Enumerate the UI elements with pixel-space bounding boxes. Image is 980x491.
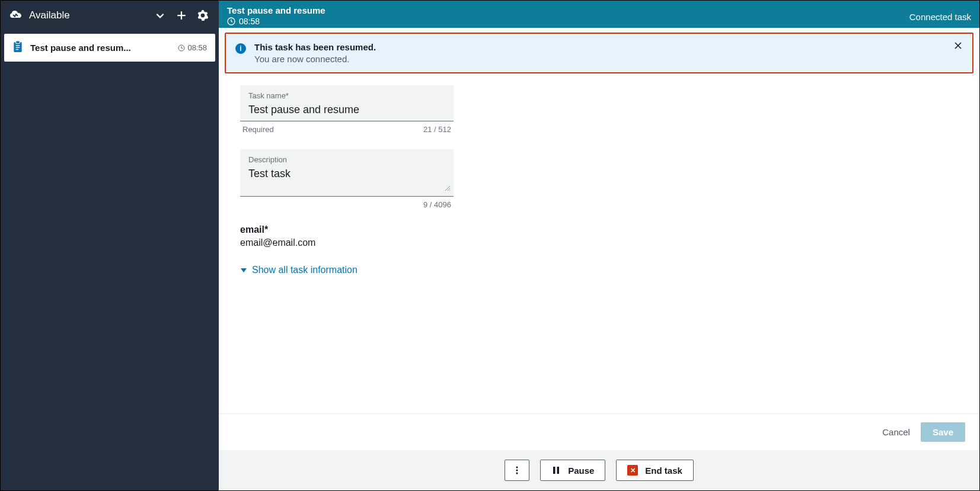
task-name-counter: 21 / 512 <box>423 125 451 134</box>
info-banner: i This task has been resumed. You are no… <box>225 33 973 73</box>
task-header-title: Test pause and resume <box>227 5 909 15</box>
svg-point-5 <box>516 469 518 471</box>
svg-point-6 <box>516 472 518 474</box>
cloud-status-icon <box>9 9 23 23</box>
svg-point-4 <box>516 466 518 468</box>
sidebar: Available Test pause and resum... 08:58 <box>1 1 219 490</box>
end-task-icon: ✕ <box>627 465 638 476</box>
end-task-button[interactable]: ✕ End task <box>616 460 694 481</box>
description-input[interactable]: Description Test task <box>240 149 454 197</box>
email-value: email@email.com <box>240 238 958 248</box>
svg-rect-1 <box>16 41 20 43</box>
save-button[interactable]: Save <box>921 422 965 442</box>
email-label: email* <box>240 224 958 235</box>
connection-status: Connected task <box>909 12 971 23</box>
status-dropdown[interactable] <box>152 10 168 21</box>
clipboard-icon <box>12 41 23 54</box>
svg-rect-7 <box>553 467 556 474</box>
banner-title: This task has been resumed. <box>254 42 963 52</box>
pause-button[interactable]: Pause <box>540 460 605 481</box>
task-header-time: 08:58 <box>227 17 909 26</box>
resize-handle-icon[interactable] <box>444 184 451 194</box>
banner-close-icon[interactable] <box>953 41 964 52</box>
banner-subtitle: You are now connected. <box>254 54 963 64</box>
task-name-hint: Required <box>242 125 274 134</box>
task-name-input[interactable]: Task name* Test pause and resume <box>240 85 454 121</box>
action-bar: Pause ✕ End task <box>219 450 979 490</box>
form-footer: Cancel Save <box>219 413 979 450</box>
settings-gear-icon[interactable] <box>195 10 210 21</box>
task-list-item[interactable]: Test pause and resum... 08:58 <box>4 34 215 62</box>
agent-status: Available <box>29 9 146 21</box>
svg-rect-8 <box>557 467 560 474</box>
show-all-link[interactable]: Show all task information <box>240 265 357 275</box>
description-counter: 9 / 4096 <box>242 200 451 209</box>
task-item-title: Test pause and resum... <box>30 43 171 53</box>
task-item-time: 08:58 <box>178 43 207 52</box>
cancel-button[interactable]: Cancel <box>882 427 910 437</box>
sidebar-header: Available <box>1 1 219 30</box>
main-panel: Test pause and resume 08:58 Connected ta… <box>219 1 979 490</box>
add-button[interactable] <box>174 10 189 21</box>
task-header-bar: Test pause and resume 08:58 Connected ta… <box>219 1 979 28</box>
form-area: Task name* Test pause and resume Require… <box>219 79 979 413</box>
info-icon: i <box>235 43 246 54</box>
more-actions-button[interactable] <box>505 460 529 481</box>
